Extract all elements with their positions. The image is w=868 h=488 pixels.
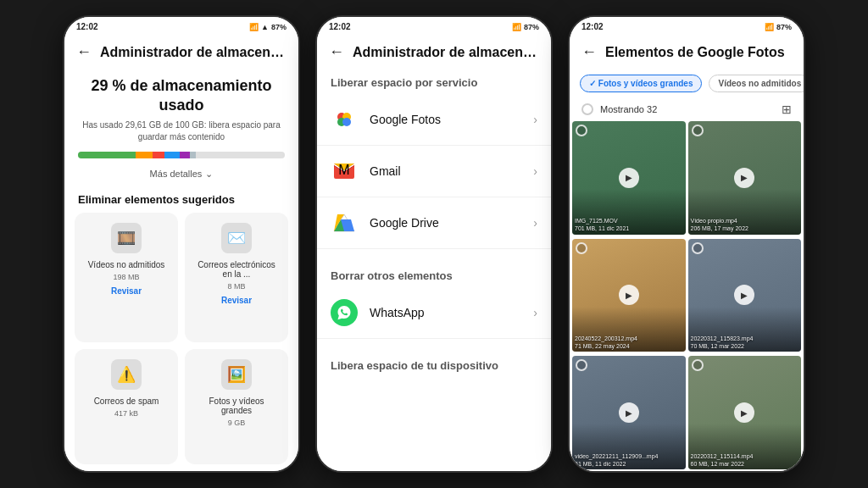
chevron-icon-fotos: › bbox=[533, 113, 537, 126]
photo-checkbox-3[interactable] bbox=[692, 242, 704, 254]
phone-1: 12:02 📶 ▲ 87% ← Administrador de almacen… bbox=[63, 15, 300, 473]
showing-count: Mostrando 32 bbox=[600, 104, 657, 114]
service-item-google-drive[interactable]: Google Drive › bbox=[317, 197, 551, 249]
filter-chip-1[interactable]: Vídeos no admitidos bbox=[709, 75, 804, 92]
photo-meta-1: Vídeo propio.mp4 206 MB, 17 may 2022 bbox=[691, 217, 799, 232]
card-label-1: Correos electrónicos en la ... bbox=[193, 260, 280, 279]
time-2: 12:02 bbox=[329, 22, 351, 31]
screen-3: ← Elementos de Google Fotos ✓ Fotos y ví… bbox=[570, 35, 804, 471]
status-bar-3: 12:02 📶 87% bbox=[570, 17, 804, 35]
photo-checkbox-2[interactable] bbox=[576, 242, 587, 254]
photo-checkbox-5[interactable] bbox=[692, 359, 704, 371]
signal-icon-1: 📶 bbox=[249, 23, 259, 31]
wifi-icon-1: ▲ bbox=[261, 23, 269, 31]
delete-others-title: Borrar otros elementos bbox=[317, 261, 551, 287]
back-button-3[interactable]: ← bbox=[581, 43, 597, 61]
suggestion-card-0[interactable]: 🎞️ Vídeos no admitidos 198 MB Revisar bbox=[75, 213, 178, 342]
screen-1: ← Administrador de almacenami... 29 % de… bbox=[64, 35, 298, 471]
photo-meta-5: 20220312_115114.mp4 60 MB, 12 mar 2022 bbox=[691, 452, 799, 468]
service-item-gmail[interactable]: M Gmail › bbox=[317, 146, 551, 197]
storage-subtext: Has usado 29,61 GB de 100 GB: libera esp… bbox=[64, 119, 298, 152]
suggestions-title: Eliminar elementos sugeridos bbox=[64, 188, 298, 213]
card-size-2: 417 kB bbox=[114, 409, 138, 418]
card-icon-0: 🎞️ bbox=[111, 223, 142, 253]
google-fotos-logo bbox=[331, 106, 358, 133]
card-icon-3: 🖼️ bbox=[221, 359, 252, 390]
status-icons-1: 📶 ▲ 87% bbox=[249, 23, 287, 31]
photo-meta-3: 20220312_115823.mp4 70 MB, 12 mar 2022 bbox=[691, 335, 799, 350]
card-icon-2: ⚠️ bbox=[111, 359, 142, 390]
showing-row: Mostrando 32 ⊞ bbox=[570, 99, 804, 121]
status-bar-2: 12:02 📶 87% bbox=[317, 17, 551, 35]
chevron-icon-whatsapp: › bbox=[533, 306, 537, 319]
play-button-4: ▶ bbox=[619, 402, 639, 423]
app-bar-1: ← Administrador de almacenami... bbox=[64, 35, 298, 68]
status-icons-2: 📶 87% bbox=[512, 23, 539, 31]
photo-cell-1[interactable]: ▶ Vídeo propio.mp4 206 MB, 17 may 2022 bbox=[688, 121, 802, 235]
card-size-0: 198 MB bbox=[113, 273, 139, 281]
photo-cell-0[interactable]: ▶ IMG_7125.MOV 701 MB, 11 dic 2021 bbox=[572, 121, 686, 235]
card-icon-1: ✉️ bbox=[221, 223, 252, 253]
photo-checkbox-0[interactable] bbox=[576, 125, 587, 136]
filter-chip-0[interactable]: ✓ Fotos y vídeos grandes bbox=[580, 75, 702, 92]
showing-text: Mostrando 32 bbox=[581, 103, 657, 115]
storage-percent: 29 % de almacenamiento usado bbox=[64, 68, 298, 119]
chevron-icon-gmail: › bbox=[533, 164, 537, 178]
service-item-google-fotos[interactable]: Google Fotos › bbox=[317, 94, 551, 146]
card-action-1[interactable]: Revisar bbox=[221, 296, 252, 305]
back-button-1[interactable]: ← bbox=[76, 43, 92, 61]
photo-meta-4: video_20221211_112909...mp4 61 MB, 11 di… bbox=[575, 452, 683, 468]
status-icons-3: 📶 87% bbox=[765, 23, 792, 31]
card-label-3: Fotos y vídeos grandes bbox=[193, 396, 280, 415]
card-label-0: Vídeos no admitidos bbox=[88, 260, 165, 269]
battery-1: 87% bbox=[271, 23, 287, 31]
photo-checkbox-1[interactable] bbox=[692, 125, 704, 136]
photo-cell-2[interactable]: ▶ 20240522_200312.mp4 71 MB, 22 may 2024 bbox=[572, 239, 686, 352]
card-size-3: 9 GB bbox=[228, 419, 246, 427]
time-3: 12:02 bbox=[581, 22, 604, 31]
grid-view-icon[interactable]: ⊞ bbox=[782, 103, 792, 116]
suggestion-card-3[interactable]: 🖼️ Fotos y vídeos grandes 9 GB bbox=[185, 349, 288, 464]
photo-meta-0: IMG_7125.MOV 701 MB, 11 dic 2021 bbox=[575, 217, 683, 232]
free-by-service-title: Liberar espacio por servicio bbox=[317, 68, 551, 94]
suggestion-card-2[interactable]: ⚠️ Correos de spam 417 kB bbox=[75, 349, 178, 464]
play-button-3: ▶ bbox=[734, 285, 754, 305]
service-item-whatsapp[interactable]: WhatsApp › bbox=[317, 287, 551, 339]
play-button-2: ▶ bbox=[619, 285, 639, 305]
time-1: 12:02 bbox=[76, 22, 98, 31]
service-name-google-drive: Google Drive bbox=[370, 216, 521, 230]
signal-icon-3: 📶 bbox=[765, 23, 774, 31]
battery-3: 87% bbox=[776, 23, 792, 31]
select-all-circle[interactable] bbox=[581, 103, 593, 115]
play-button-1: ▶ bbox=[734, 168, 754, 188]
app-bar-title-3: Elementos de Google Fotos bbox=[605, 45, 792, 60]
service-name-whatsapp: WhatsApp bbox=[370, 306, 521, 319]
photo-cell-4[interactable]: ▶ video_20221211_112909...mp4 61 MB, 11 … bbox=[572, 356, 686, 469]
phone-3: 12:02 📶 87% ← Elementos de Google Fotos … bbox=[568, 15, 805, 473]
service-name-google-fotos: Google Fotos bbox=[370, 113, 521, 126]
photo-cell-5[interactable]: ▶ 20220312_115114.mp4 60 MB, 12 mar 2022 bbox=[688, 356, 802, 469]
service-name-gmail: Gmail bbox=[370, 164, 521, 178]
photo-meta-2: 20240522_200312.mp4 71 MB, 22 may 2024 bbox=[575, 335, 683, 350]
photo-cell-3[interactable]: ▶ 20220312_115823.mp4 70 MB, 12 mar 2022 bbox=[688, 239, 802, 352]
play-button-5: ▶ bbox=[734, 402, 754, 423]
app-bar-title-2: Administrador de almacenami... bbox=[353, 45, 539, 60]
back-button-2[interactable]: ← bbox=[329, 43, 344, 61]
play-button-0: ▶ bbox=[619, 168, 639, 188]
suggestion-card-1[interactable]: ✉️ Correos electrónicos en la ... 8 MB R… bbox=[185, 213, 288, 342]
storage-bar bbox=[78, 152, 285, 158]
more-details[interactable]: Más detalles ⌄ bbox=[64, 165, 298, 188]
card-action-0[interactable]: Revisar bbox=[111, 286, 142, 296]
chevron-down-icon: ⌄ bbox=[205, 169, 213, 180]
svg-point-3 bbox=[342, 118, 351, 126]
photo-grid: ▶ IMG_7125.MOV 701 MB, 11 dic 2021 ▶ Víd… bbox=[570, 121, 804, 471]
signal-icon-2: 📶 bbox=[512, 23, 521, 31]
app-bar-3: ← Elementos de Google Fotos bbox=[570, 35, 804, 68]
suggestion-grid: 🎞️ Vídeos no admitidos 198 MB Revisar ✉️… bbox=[64, 213, 298, 471]
google-drive-logo bbox=[331, 209, 358, 236]
status-bar-1: 12:02 📶 ▲ 87% bbox=[64, 17, 298, 35]
free-device-title: Libera espacio de tu dispositivo bbox=[317, 351, 551, 377]
phone-2: 12:02 📶 87% ← Administrador de almacenam… bbox=[315, 15, 553, 473]
app-bar-title-1: Administrador de almacenami... bbox=[100, 45, 287, 60]
card-size-1: 8 MB bbox=[227, 282, 245, 291]
